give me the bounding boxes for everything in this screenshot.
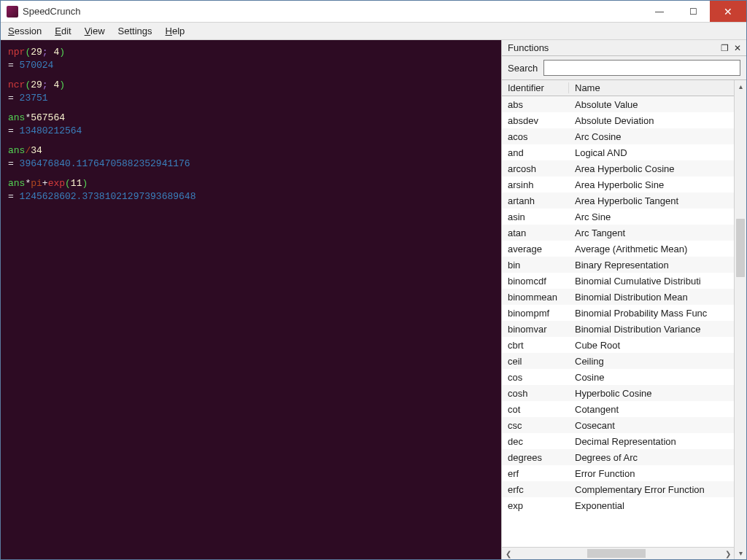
table-row[interactable]: arcoshArea Hyperbolic Cosine: [502, 160, 734, 176]
panel-title: Functions: [508, 42, 717, 53]
table-row[interactable]: andLogical AND: [502, 144, 734, 160]
table-body: absAbsolute ValueabsdevAbsolute Deviatio…: [502, 96, 734, 547]
console[interactable]: npr(29; 4)= 570024ncr(29; 4)= 23751ans*5…: [1, 40, 501, 559]
console-entry: ans*pi+exp(11)= 1245628602.3738102129739…: [8, 177, 494, 203]
menu-settings[interactable]: Settings: [118, 26, 152, 36]
cell-name: Area Hyperbolic Sine: [569, 179, 734, 190]
search-label: Search: [508, 63, 538, 74]
token-sep: ;: [42, 47, 54, 58]
table-row[interactable]: degreesDegrees of Arc: [502, 449, 734, 465]
menu-session[interactable]: Session: [8, 26, 42, 36]
token-paren: ): [59, 79, 65, 90]
table-row[interactable]: cbrtCube Root: [502, 337, 734, 353]
cell-identifier: csc: [502, 420, 569, 431]
token-num: 29: [31, 47, 42, 58]
table-row[interactable]: cotCotangent: [502, 401, 734, 417]
result-line: = 570024: [8, 59, 494, 72]
cell-identifier: artanh: [502, 195, 569, 206]
horizontal-scrollbar[interactable]: ❮ ❯: [502, 547, 734, 559]
cell-identifier: arsinh: [502, 179, 569, 190]
table-row[interactable]: coshHyperbolic Cosine: [502, 385, 734, 401]
token-paren: ): [82, 178, 88, 189]
cell-name: Cube Root: [569, 340, 734, 351]
table-row[interactable]: erfcComplementary Error Function: [502, 481, 734, 497]
table-row[interactable]: artanhArea Hyperbolic Tangent: [502, 192, 734, 209]
table-row[interactable]: binomcdfBinomial Cumulative Distributi: [502, 273, 734, 289]
maximize-button[interactable]: ☐: [676, 1, 710, 22]
table-row[interactable]: binommeanBinomial Distribution Mean: [502, 289, 734, 305]
expression-line: ans*pi+exp(11): [8, 177, 494, 190]
cell-name: Arc Sine: [569, 211, 734, 222]
table-row[interactable]: binomvarBinomial Distribution Variance: [502, 321, 734, 337]
console-entry: npr(29; 4)= 570024: [8, 46, 494, 71]
equals-sign: =: [8, 191, 20, 202]
scroll-left-icon[interactable]: ❮: [502, 550, 514, 558]
cell-name: Ceiling: [569, 356, 734, 367]
cell-name: Logical AND: [569, 147, 734, 158]
table-row[interactable]: erfError Function: [502, 465, 734, 481]
panel-close-icon[interactable]: ✕: [732, 43, 743, 53]
table-row[interactable]: asinArc Sine: [502, 209, 734, 225]
search-input[interactable]: [543, 60, 740, 76]
cell-identifier: degrees: [502, 452, 569, 463]
window-title: SpeedCrunch: [23, 6, 643, 17]
token-paren: ): [59, 47, 65, 58]
token-num: 29: [31, 79, 42, 90]
table-row[interactable]: averageAverage (Arithmetic Mean): [502, 241, 734, 257]
console-entry: ans/34= 396476840.11764705882352941176: [8, 144, 494, 170]
cell-identifier: cos: [502, 372, 569, 383]
token-sep: ;: [42, 79, 54, 90]
close-button[interactable]: ✕: [710, 1, 746, 22]
vscroll-thumb[interactable]: [736, 219, 745, 277]
cell-identifier: atan: [502, 228, 569, 238]
cell-name: Area Hyperbolic Tangent: [569, 195, 734, 206]
token-num: 11: [71, 178, 82, 189]
scroll-down-icon[interactable]: ▾: [735, 547, 746, 559]
result-value: 1245628602.37381021297393689648: [20, 191, 196, 202]
cell-identifier: acos: [502, 131, 569, 142]
hscroll-thumb[interactable]: [587, 549, 646, 558]
scroll-up-icon[interactable]: ▴: [735, 80, 746, 93]
vertical-scrollbar[interactable]: ▴ ▾: [734, 80, 746, 559]
cell-name: Binary Representation: [569, 260, 734, 271]
table-row[interactable]: absAbsolute Value: [502, 96, 734, 112]
functions-table: Identifier Name absAbsolute ValueabsdevA…: [502, 80, 734, 559]
table-row[interactable]: cosCosine: [502, 369, 734, 385]
table-row[interactable]: expExponential: [502, 497, 734, 513]
equals-sign: =: [8, 93, 20, 104]
table-row[interactable]: absdevAbsolute Deviation: [502, 112, 734, 128]
undock-icon[interactable]: ❐: [719, 43, 730, 53]
cell-identifier: average: [502, 244, 569, 254]
table-row[interactable]: ceilCeiling: [502, 353, 734, 369]
scroll-right-icon[interactable]: ❯: [721, 550, 734, 558]
cell-name: Binomial Distribution Mean: [569, 292, 734, 303]
menu-view[interactable]: View: [85, 26, 105, 36]
cell-identifier: arcosh: [502, 163, 569, 174]
cell-identifier: binomvar: [502, 324, 569, 335]
main-area: npr(29; 4)= 570024ncr(29; 4)= 23751ans*5…: [1, 40, 746, 559]
col-name[interactable]: Name: [569, 82, 734, 93]
col-identifier[interactable]: Identifier: [502, 82, 569, 93]
table-row[interactable]: atanArc Tangent: [502, 225, 734, 241]
menu-help[interactable]: Help: [166, 26, 185, 36]
table-row[interactable]: acosArc Cosine: [502, 128, 734, 144]
cell-identifier: erf: [502, 468, 569, 479]
cell-identifier: binompmf: [502, 308, 569, 319]
token-paren: (: [65, 178, 71, 189]
cell-name: Degrees of Arc: [569, 452, 734, 463]
expression-line: ans/34: [8, 144, 494, 158]
table-row[interactable]: cscCosecant: [502, 417, 734, 433]
token-const: pi: [31, 178, 42, 189]
cell-name: Error Function: [569, 468, 734, 479]
cell-identifier: ceil: [502, 356, 569, 367]
result-line: = 23751: [8, 92, 494, 105]
table-row[interactable]: arsinhArea Hyperbolic Sine: [502, 176, 734, 192]
table-row[interactable]: binompmfBinomial Probability Mass Func: [502, 305, 734, 321]
functions-panel: Functions ❐ ✕ Search Identifier Name abs…: [501, 40, 746, 559]
window-buttons: — ☐ ✕: [643, 1, 746, 22]
hscroll-track[interactable]: [514, 548, 721, 559]
minimize-button[interactable]: —: [643, 1, 676, 22]
table-row[interactable]: decDecimal Representation: [502, 433, 734, 449]
menu-edit[interactable]: Edit: [55, 26, 71, 36]
table-row[interactable]: binBinary Representation: [502, 257, 734, 273]
